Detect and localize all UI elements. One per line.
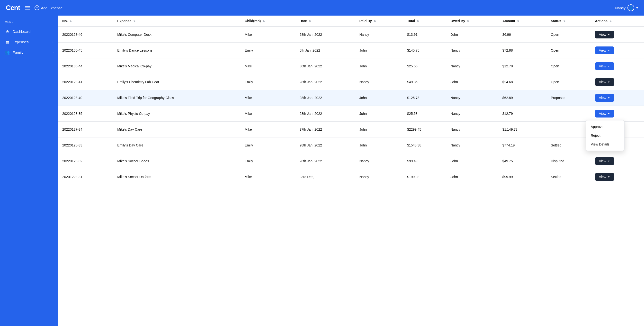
view-button[interactable]: View ▼ <box>595 157 614 165</box>
cell-paid-by: Nancy <box>356 26 403 42</box>
cell-date: 28th Jan, 2022 <box>296 90 355 106</box>
cell-actions: View ▼ <box>591 74 644 90</box>
cell-status: Proposed <box>547 90 591 106</box>
view-button[interactable]: View ▼ <box>595 46 614 54</box>
cell-status: Open <box>547 74 591 90</box>
sidebar-item-label-dashboard: Dashboard <box>13 30 30 34</box>
view-button-caret: ▼ <box>608 33 610 36</box>
cell-date: 30th Jan, 2022 <box>296 58 355 74</box>
cell-amount: $62.89 <box>498 90 547 106</box>
sort-icon-paid-by[interactable]: ⇅ <box>374 20 376 23</box>
cell-children: Mike <box>241 90 296 106</box>
cell-date: 28th Jan, 2022 <box>296 26 355 42</box>
cell-total: $199.98 <box>403 169 447 185</box>
table-row: 20220106-45Emily's Dance LessonsEmily6th… <box>58 42 644 58</box>
cell-status: Open <box>547 26 591 42</box>
sort-icon-amount[interactable]: ⇅ <box>517 20 519 23</box>
sidebar-item-label-family: Family <box>13 50 23 54</box>
cell-no: 20220130-44 <box>58 58 113 74</box>
cell-owed-by: John <box>447 74 498 90</box>
cell-paid-by: Nancy <box>356 153 403 169</box>
cell-total: $2299.45 <box>403 122 447 138</box>
cell-children: Mike <box>241 26 296 42</box>
cell-owed-by: John <box>447 169 498 185</box>
cell-expense: Mike's Soccer Shoes <box>113 153 241 169</box>
cell-no: 20220106-45 <box>58 42 113 58</box>
cell-total: $145.75 <box>403 42 447 58</box>
cell-paid-by: Nancy <box>356 74 403 90</box>
top-navigation: Cent + Add Expense Nancy 👤 ▾ <box>0 0 644 16</box>
cell-no: 20220128-35 <box>58 106 113 122</box>
view-button[interactable]: View ▼ <box>595 62 614 70</box>
cell-owed-by: Nancy <box>447 122 498 138</box>
view-button[interactable]: View ▼ <box>595 94 614 102</box>
cell-status: Open <box>547 42 591 58</box>
sort-icon-owed-by[interactable]: ⇅ <box>467 20 469 23</box>
cell-no: 20220128-40 <box>58 90 113 106</box>
cell-owed-by: Nancy <box>447 90 498 106</box>
cell-status: Open <box>547 58 591 74</box>
cell-children: Mike <box>241 169 296 185</box>
table-row: 20220128-46Mike's Computer DeskMike28th … <box>58 26 644 42</box>
cell-paid-by: John <box>356 122 403 138</box>
cell-paid-by: John <box>356 138 403 153</box>
add-expense-button[interactable]: + Add Expense <box>34 5 62 10</box>
view-button-caret: ▼ <box>608 49 610 52</box>
sort-icon-actions[interactable]: ⇅ <box>610 20 612 23</box>
cell-paid-by: Nancy <box>356 169 403 185</box>
cell-children: Mike <box>241 106 296 122</box>
cell-expense: Mike's Soccer Uniform <box>113 169 241 185</box>
app-logo: Cent <box>6 4 20 12</box>
main-content: No. ⇅ Expense ⇅ Child(ren) ⇅ Date ⇅ <box>58 16 644 326</box>
table-row: 20220128-35Mike's Physio Co-payMike28th … <box>58 106 644 122</box>
cell-no: 20220127-34 <box>58 122 113 138</box>
view-button[interactable]: View ▼ <box>595 78 614 86</box>
sidebar-item-dashboard[interactable]: ⊙ Dashboard <box>0 26 58 37</box>
sort-icon-status[interactable]: ⇅ <box>563 20 565 23</box>
view-button[interactable]: View ▼ <box>595 31 614 38</box>
col-header-amount: Amount ⇅ <box>498 16 547 26</box>
cell-amount: $6.96 <box>498 26 547 42</box>
sort-icon-total[interactable]: ⇅ <box>417 20 419 23</box>
cell-paid-by: John <box>356 58 403 74</box>
cell-amount: $49.75 <box>498 153 547 169</box>
cell-status <box>547 122 591 138</box>
cell-date: 28th Jan, 2022 <box>296 153 355 169</box>
sort-icon-no[interactable]: ⇅ <box>70 20 72 23</box>
dropdown-item-reject[interactable]: Reject <box>586 131 624 140</box>
sort-icon-children[interactable]: ⇅ <box>263 20 264 23</box>
cell-date: 28th Jan, 2022 <box>296 74 355 90</box>
sidebar-item-family[interactable]: 👥 Family › <box>0 47 58 58</box>
cell-amount: $12.78 <box>498 58 547 74</box>
expenses-table: No. ⇅ Expense ⇅ Child(ren) ⇅ Date ⇅ <box>58 16 644 185</box>
hamburger-menu-icon[interactable] <box>25 6 30 10</box>
cell-owed-by: Nancy <box>447 58 498 74</box>
sidebar: MENU ⊙ Dashboard ▦ Expenses › 👥 Family › <box>0 16 58 326</box>
cell-children: Emily <box>241 74 296 90</box>
cell-total: $125.78 <box>403 90 447 106</box>
cell-children: Emily <box>241 153 296 169</box>
view-button[interactable]: View ▼ <box>595 110 614 118</box>
cell-children: Mike <box>241 122 296 138</box>
view-button-caret: ▼ <box>608 160 610 162</box>
sidebar-item-expenses[interactable]: ▦ Expenses › <box>0 37 58 47</box>
actions-dropdown-menu: Approve Reject View Details <box>586 120 624 151</box>
col-header-children: Child(ren) ⇅ <box>241 16 296 26</box>
table-header-row: No. ⇅ Expense ⇅ Child(ren) ⇅ Date ⇅ <box>58 16 644 26</box>
sort-icon-expense[interactable]: ⇅ <box>133 20 135 23</box>
cell-total: $1548.38 <box>403 138 447 153</box>
view-button[interactable]: View ▼ <box>595 173 614 181</box>
cell-owed-by: Nancy <box>447 42 498 58</box>
dashboard-icon: ⊙ <box>5 29 10 34</box>
dropdown-item-approve[interactable]: Approve <box>586 122 624 131</box>
cell-expense: Emily's Dance Lessons <box>113 42 241 58</box>
sort-icon-date[interactable]: ⇅ <box>309 20 311 23</box>
cell-date: 28th Jan, 2022 <box>296 138 355 153</box>
user-menu[interactable]: Nancy 👤 ▾ <box>615 4 638 11</box>
cell-actions: View ▼ <box>591 106 644 122</box>
expenses-chevron-icon: › <box>52 40 54 44</box>
table-row: 20220128-33Emily's Day CareEmily28th Jan… <box>58 138 644 153</box>
dropdown-item-view-details[interactable]: View Details <box>586 140 624 149</box>
cell-children: Emily <box>241 138 296 153</box>
table-row: 20220128-40Mike's Field Trip for Geograp… <box>58 90 644 106</box>
